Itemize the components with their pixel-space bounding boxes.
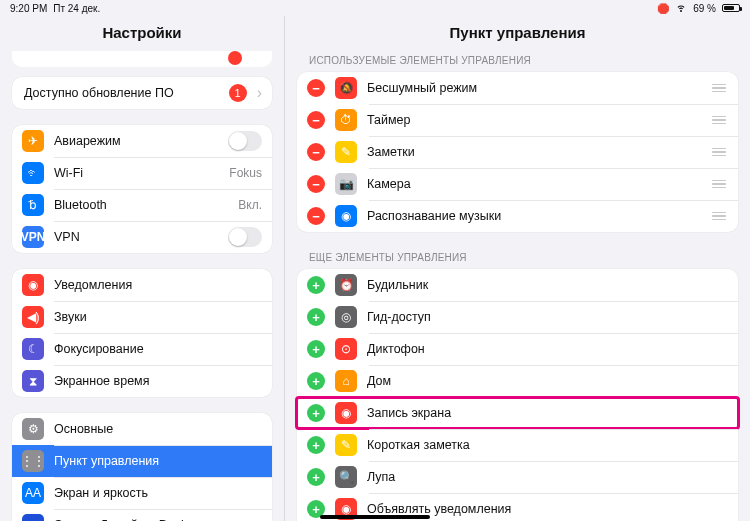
control-item-camera[interactable]: −📷Камера [297,168,738,200]
battery-pct: 69 % [693,3,716,14]
sidebar-item-vpn[interactable]: VPNVPN [12,221,272,253]
magnifier-icon: 🔍 [335,466,357,488]
add-button[interactable]: + [307,436,325,454]
control-center-pane: Пункт управления ИСПОЛЬЗУЕМЫЕ ЭЛЕМЕНТЫ У… [285,16,750,521]
bell-icon: ◉ [22,274,44,296]
sidebar-item-bluetooth[interactable]: ␢BluetoothВкл. [12,189,272,221]
controlcenter-icon: ⋮⋮ [22,450,44,472]
add-button[interactable]: + [307,276,325,294]
sidebar-item-controlcenter[interactable]: ⋮⋮Пункт управления [12,445,272,477]
remove-button[interactable]: − [307,175,325,193]
notifications-group: ◉Уведомления◀)Звуки☾Фокусирование⧗Экранн… [12,269,272,397]
sidebar-item-brightness[interactable]: AAЭкран и яркость [12,477,272,509]
control-item-quicknote[interactable]: +✎Короткая заметка [297,429,738,461]
settings-sidebar: Настройки Доступно обновление ПО 1 › ✈Ав… [0,16,285,521]
wifi-icon: ᯤ [22,162,44,184]
silent-icon: 🔕 [335,77,357,99]
remove-button[interactable]: − [307,207,325,225]
toggle[interactable] [228,131,262,151]
sidebar-item-value: Вкл. [238,198,262,212]
add-button[interactable]: + [307,404,325,422]
sidebar-item-bell[interactable]: ◉Уведомления [12,269,272,301]
sidebar-item-gear[interactable]: ⚙Основные [12,413,272,445]
vpn-icon: VPN [22,226,44,248]
add-button[interactable]: + [307,372,325,390]
airplane-icon: ✈ [22,130,44,152]
control-item-record[interactable]: +◉Запись экрана [297,397,738,429]
sidebar-item-airplane[interactable]: ✈Авиарежим [12,125,272,157]
remove-button[interactable]: − [307,143,325,161]
sidebar-item-label: Авиарежим [54,134,228,148]
control-item-shazam[interactable]: −◉Распознавание музыки [297,200,738,232]
control-item-home[interactable]: +⌂Дом [297,365,738,397]
focus-icon: ☾ [22,338,44,360]
bluetooth-icon: ␢ [22,194,44,216]
software-update-group: Доступно обновление ПО 1 › [12,77,272,109]
remove-button[interactable]: − [307,79,325,97]
sidebar-item-wifi[interactable]: ᯤWi-FiFokus [12,157,272,189]
drag-handle-icon[interactable] [710,212,728,221]
chevron-right-icon: › [257,84,262,102]
sidebar-item-focus[interactable]: ☾Фокусирование [12,333,272,365]
control-item-label: Бесшумный режим [367,81,710,95]
control-item-magnifier[interactable]: +🔍Лупа [297,461,738,493]
camera-icon: 📷 [335,173,357,195]
control-item-label: Камера [367,177,710,191]
brightness-icon: AA [22,482,44,504]
control-item-timer[interactable]: −⏱Таймер [297,104,738,136]
drag-handle-icon[interactable] [710,148,728,157]
more-header: ЕЩЕ ЭЛЕМЕНТЫ УПРАВЛЕНИЯ [285,248,750,267]
software-update-row[interactable]: Доступно обновление ПО 1 › [12,77,272,109]
sidebar-item-label: Bluetooth [54,198,238,212]
sidebar-item-label: Пункт управления [54,454,262,468]
sidebar-item-label: VPN [54,230,228,244]
included-header: ИСПОЛЬЗУЕМЫЕ ЭЛЕМЕНТЫ УПРАВЛЕНИЯ [285,51,750,70]
sidebar-item-speaker[interactable]: ◀)Звуки [12,301,272,333]
sidebar-item-label: Звуки [54,310,262,324]
software-update-label: Доступно обновление ПО [24,86,229,100]
pane-title: Пункт управления [285,16,750,51]
sidebar-item-hourglass[interactable]: ⧗Экранное время [12,365,272,397]
wifi-icon [675,1,687,15]
sidebar-item-label: Фокусирование [54,342,262,356]
control-item-notes[interactable]: −✎Заметки [297,136,738,168]
record-icon: ◉ [335,402,357,424]
status-bar: 9:20 PM Пт 24 дек. 🛑 69 % [0,0,750,16]
home-indicator[interactable] [320,515,430,519]
gear-icon: ⚙ [22,418,44,440]
control-item-voice[interactable]: +⊙Диктофон [297,333,738,365]
more-controls-list: +⏰Будильник+◎Гид-доступ+⊙Диктофон+⌂Дом+◉… [297,269,738,521]
drag-handle-icon[interactable] [710,84,728,93]
included-controls-list: −🔕Бесшумный режим−⏱Таймер−✎Заметки−📷Каме… [297,72,738,232]
timer-icon: ⏱ [335,109,357,131]
homescreen-icon: ▦ [22,514,44,521]
status-date: Пт 24 дек. [53,3,100,14]
shazam-icon: ◉ [335,205,357,227]
control-item-guided[interactable]: +◎Гид-доступ [297,301,738,333]
control-item-alarm[interactable]: +⏰Будильник [297,269,738,301]
add-button[interactable]: + [307,340,325,358]
hourglass-icon: ⧗ [22,370,44,392]
sidebar-item-label: Wi-Fi [54,166,229,180]
guided-icon: ◎ [335,306,357,328]
control-item-label: Будильник [367,278,728,292]
sidebar-item-homescreen[interactable]: ▦Экран «Домой» и Dock [12,509,272,521]
control-item-silent[interactable]: −🔕Бесшумный режим [297,72,738,104]
home-icon: ⌂ [335,370,357,392]
add-button[interactable]: + [307,308,325,326]
speaker-icon: ◀) [22,306,44,328]
control-item-label: Запись экрана [367,406,728,420]
control-item-label: Лупа [367,470,728,484]
control-item-label: Диктофон [367,342,728,356]
voice-icon: ⊙ [335,338,357,360]
drag-handle-icon[interactable] [710,180,728,189]
remove-button[interactable]: − [307,111,325,129]
toggle[interactable] [228,227,262,247]
sidebar-item-label: Экран и яркость [54,486,262,500]
add-button[interactable]: + [307,468,325,486]
connectivity-group: ✈АвиарежимᯤWi-FiFokus␢BluetoothВкл.VPNVP… [12,125,272,253]
drag-handle-icon[interactable] [710,116,728,125]
control-item-label: Таймер [367,113,710,127]
profile-card-stub[interactable] [12,51,272,67]
control-item-label: Гид-доступ [367,310,728,324]
